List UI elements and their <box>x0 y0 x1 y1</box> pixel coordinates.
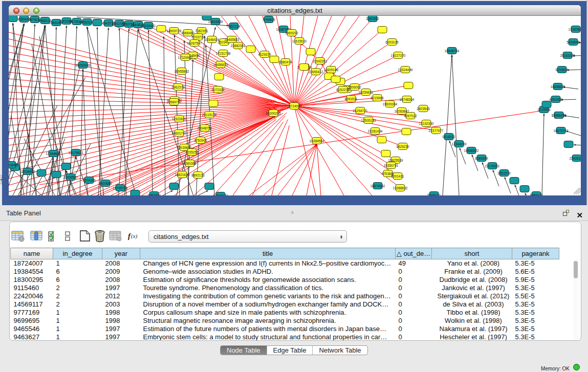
svg-text:18724007: 18724007 <box>287 104 302 108</box>
svg-text:22439587: 22439587 <box>63 176 78 179</box>
svg-text:22377977: 22377977 <box>429 129 444 133</box>
svg-text:5703737: 5703737 <box>191 35 205 39</box>
svg-text:11542261: 11542261 <box>313 59 328 63</box>
svg-text:22281494: 22281494 <box>368 129 383 133</box>
svg-text:8389269: 8389269 <box>475 157 488 160</box>
svg-text:20601747: 20601747 <box>172 132 187 135</box>
svg-text:4252458: 4252458 <box>549 98 562 101</box>
svg-text:20161026: 20161026 <box>560 54 575 57</box>
svg-text:18821635: 18821635 <box>175 173 190 177</box>
svg-text:4097022: 4097022 <box>404 114 417 118</box>
svg-text:7857224: 7857224 <box>227 25 241 28</box>
svg-text:20115134: 20115134 <box>202 113 217 117</box>
svg-text:16670747: 16670747 <box>554 129 569 133</box>
svg-text:12505153: 12505153 <box>361 119 376 122</box>
svg-text:14509728: 14509728 <box>167 29 182 33</box>
svg-text:20053346: 20053346 <box>76 63 91 67</box>
svg-text:16648784: 16648784 <box>445 49 460 53</box>
svg-text:6420686: 6420686 <box>99 182 112 185</box>
svg-text:18300295: 18300295 <box>266 112 281 115</box>
svg-text:19384554: 19384554 <box>310 139 324 143</box>
svg-text:17307133: 17307133 <box>213 194 228 196</box>
svg-text:2403543: 2403543 <box>417 107 430 111</box>
svg-text:18795716: 18795716 <box>113 186 128 190</box>
svg-text:23259631: 23259631 <box>359 91 374 94</box>
svg-text:18874652: 18874652 <box>371 184 385 188</box>
svg-text:17151708: 17151708 <box>216 52 231 55</box>
svg-text:5506062: 5506062 <box>348 85 361 89</box>
svg-text:7749509: 7749509 <box>262 18 275 21</box>
svg-text:6001431: 6001431 <box>391 174 404 178</box>
svg-text:9318332: 9318332 <box>442 135 455 139</box>
svg-text:15825539: 15825539 <box>388 159 403 162</box>
svg-text:5969202: 5969202 <box>285 31 298 35</box>
svg-text:19227370: 19227370 <box>391 54 406 57</box>
svg-text:20584792: 20584792 <box>167 100 182 104</box>
svg-text:16267547: 16267547 <box>187 41 202 45</box>
svg-text:18748304: 18748304 <box>400 98 415 101</box>
svg-text:20948752: 20948752 <box>198 126 212 130</box>
svg-text:11615610: 11615610 <box>292 39 307 43</box>
svg-text:17287807: 17287807 <box>569 28 581 31</box>
svg-text:21524499: 21524499 <box>398 68 413 72</box>
svg-text:5439648: 5439648 <box>567 40 580 44</box>
svg-text:12192300: 12192300 <box>419 122 434 125</box>
svg-text:17394887: 17394887 <box>46 152 61 156</box>
svg-text:5308102: 5308102 <box>427 193 441 196</box>
svg-text:6580474: 6580474 <box>279 60 292 64</box>
svg-text:12344269: 12344269 <box>452 142 467 146</box>
svg-text:8152271: 8152271 <box>336 88 350 92</box>
svg-text:6293105: 6293105 <box>385 40 399 44</box>
svg-text:9082309: 9082309 <box>147 193 161 196</box>
svg-text:3280388: 3280388 <box>183 162 197 165</box>
svg-text:3261579: 3261579 <box>497 171 511 175</box>
svg-text:13388832: 13388832 <box>393 186 408 190</box>
svg-text:15350791: 15350791 <box>384 164 399 167</box>
svg-text:3215958: 3215958 <box>537 108 551 112</box>
svg-text:10955862: 10955862 <box>175 70 189 73</box>
svg-text:18034970: 18034970 <box>20 170 35 173</box>
svg-text:11318461: 11318461 <box>9 163 19 167</box>
svg-text:13179613: 13179613 <box>69 151 83 155</box>
svg-text:19465853: 19465853 <box>225 38 239 41</box>
svg-text:21294721: 21294721 <box>353 109 368 113</box>
svg-text:19586522: 19586522 <box>464 149 479 152</box>
svg-text:9426230: 9426230 <box>396 145 409 148</box>
svg-text:3750906: 3750906 <box>194 139 207 142</box>
svg-text:14658665: 14658665 <box>551 85 565 89</box>
svg-text:22176301: 22176301 <box>485 164 500 168</box>
svg-text:11609146: 11609146 <box>324 68 339 72</box>
svg-text:22659412: 22659412 <box>309 70 323 74</box>
svg-text:22882351: 22882351 <box>231 44 246 48</box>
svg-text:2962373: 2962373 <box>171 85 185 89</box>
svg-text:6215966: 6215966 <box>371 96 384 100</box>
svg-text:7382351: 7382351 <box>195 29 208 33</box>
svg-text:9153634: 9153634 <box>555 68 569 72</box>
svg-text:17329982: 17329982 <box>178 56 193 59</box>
svg-text:14456679: 14456679 <box>213 63 228 67</box>
svg-text:7235251: 7235251 <box>185 150 199 154</box>
svg-text:4591531: 4591531 <box>344 97 358 101</box>
svg-text:4666460: 4666460 <box>181 31 194 35</box>
svg-text:12888253: 12888253 <box>552 114 567 117</box>
svg-text:8892133: 8892133 <box>191 173 205 177</box>
svg-text:8986110: 8986110 <box>530 193 543 196</box>
svg-text:1072322: 1072322 <box>211 88 225 92</box>
svg-text:2387652: 2387652 <box>366 17 379 20</box>
svg-text:11522831: 11522831 <box>172 117 187 121</box>
svg-text:(x): (x) <box>131 233 138 239</box>
svg-text:4129379: 4129379 <box>258 53 271 56</box>
svg-text:19609364: 19609364 <box>383 102 398 106</box>
svg-text:16224441: 16224441 <box>141 24 156 28</box>
svg-text:22926327: 22926327 <box>570 157 581 160</box>
svg-text:19563180: 19563180 <box>80 20 95 24</box>
svg-text:10653809: 10653809 <box>208 20 223 24</box>
svg-text:7674349: 7674349 <box>82 179 96 182</box>
svg-text:10283847: 10283847 <box>395 110 409 113</box>
